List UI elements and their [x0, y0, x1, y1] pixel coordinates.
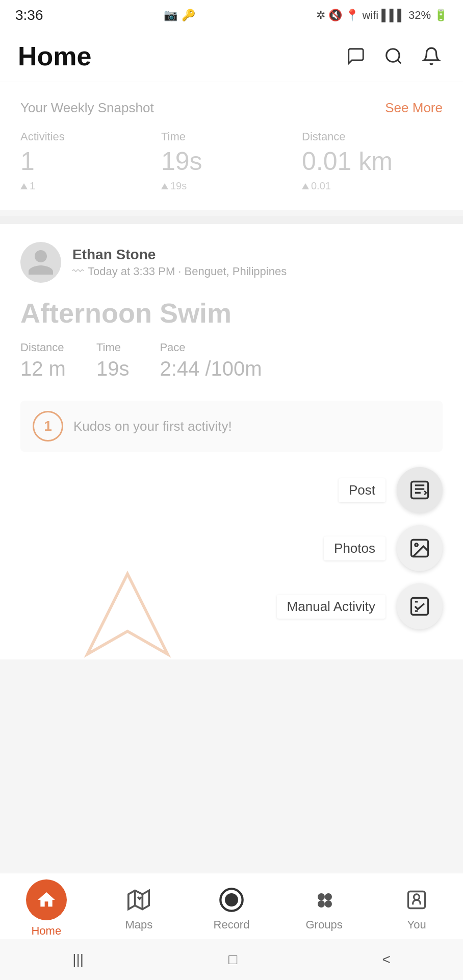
snapshot-title: Your Weekly Snapshot — [20, 100, 154, 116]
fab-photos-label: Photos — [324, 536, 385, 560]
stat-value-time: 19s — [161, 146, 302, 176]
stat-label-activities: Activities — [20, 130, 161, 143]
stat-time: Time 19s 19s — [161, 130, 302, 192]
stat-value-distance: 0.01 km — [302, 146, 443, 176]
arrow-up-time-icon — [161, 183, 168, 189]
svg-point-5 — [415, 544, 418, 547]
camera-icon: 📷 — [164, 9, 177, 22]
nav-spacer — [0, 666, 463, 773]
activity-user: Ethan Stone 〰 Today at 3:33 PM · Benguet… — [20, 242, 443, 283]
battery-icon: 🔋 — [434, 9, 448, 22]
stat-activities: Activities 1 1 — [20, 130, 161, 192]
post-fab-button[interactable] — [397, 467, 443, 513]
system-bar: ||| □ < — [0, 939, 463, 980]
svg-point-13 — [325, 893, 332, 900]
fab-manual-label: Manual Activity — [277, 595, 385, 619]
maps-icon — [124, 886, 153, 914]
you-icon — [402, 886, 431, 914]
bottom-nav: Home Maps Record — [0, 873, 463, 939]
stat-label-time: Time — [161, 130, 302, 143]
header-actions — [342, 42, 445, 70]
svg-marker-2 — [87, 574, 168, 654]
app-header: Home — [0, 31, 463, 82]
nav-groups[interactable]: Groups — [278, 886, 371, 932]
nav-maps[interactable]: Maps — [93, 886, 186, 932]
arrow-up-distance-icon — [302, 183, 309, 189]
back-button[interactable]: < — [382, 951, 390, 968]
home-icon-bg — [26, 879, 67, 920]
battery-level: 32% — [408, 9, 431, 22]
act-stat-pace: Pace 2:44 /100m — [160, 341, 262, 380]
photos-fab-button[interactable] — [397, 525, 443, 571]
status-time: 3:36 — [15, 7, 43, 23]
chat-icon[interactable] — [342, 42, 370, 70]
status-right: ✲ 🔇 📍 wifi ▌▌▌ 32% 🔋 — [316, 9, 448, 22]
nav-home-label: Home — [31, 924, 61, 938]
svg-point-11 — [225, 893, 238, 906]
home-button[interactable]: □ — [228, 951, 237, 968]
bell-icon[interactable] — [418, 42, 445, 70]
svg-rect-3 — [411, 482, 428, 499]
activity-stats: Distance 12 m Time 19s Pace 2:44 /100m — [20, 341, 443, 380]
arrow-up-icon — [20, 183, 28, 189]
user-name: Ethan Stone — [72, 247, 287, 263]
stat-label-distance: Distance — [302, 130, 443, 143]
stat-change-distance: 0.01 — [302, 180, 443, 192]
stat-distance: Distance 0.01 km 0.01 — [302, 130, 443, 192]
signal-icon: ▌▌▌ — [381, 9, 405, 22]
swim-icon: 〰 — [72, 265, 84, 278]
snapshot-stats: Activities 1 1 Time 19s 19s Distance 0.0… — [20, 130, 443, 192]
fab-menu-area: Post Photos Manual Activity — [20, 467, 443, 629]
status-icons: 📷 🔑 — [164, 9, 195, 22]
nav-maps-label: Maps — [125, 918, 152, 932]
svg-point-0 — [387, 49, 399, 62]
stat-value-activities: 1 — [20, 146, 161, 176]
nav-you[interactable]: You — [370, 886, 463, 932]
menu-button[interactable]: ||| — [72, 951, 84, 968]
fab-post-label: Post — [339, 478, 385, 502]
act-stat-distance: Distance 12 m — [20, 341, 66, 380]
svg-point-15 — [325, 900, 332, 908]
wifi-icon: wifi — [362, 9, 378, 22]
record-icon — [217, 886, 246, 914]
search-icon[interactable] — [380, 42, 407, 70]
nav-you-label: You — [407, 918, 426, 932]
groups-icon — [310, 886, 339, 914]
page-title: Home — [18, 41, 91, 71]
kudos-text: Kudos on your first activity! — [73, 419, 232, 434]
fab-photos[interactable]: Photos — [20, 525, 443, 571]
avatar — [20, 242, 61, 283]
nav-record-label: Record — [214, 918, 250, 932]
arrow-decoration — [82, 568, 173, 660]
svg-line-1 — [397, 60, 401, 63]
svg-marker-7 — [128, 890, 149, 909]
manual-activity-fab-button[interactable] — [397, 583, 443, 629]
status-bar: 3:36 📷 🔑 ✲ 🔇 📍 wifi ▌▌▌ 32% 🔋 — [0, 0, 463, 31]
kudos-icon: 1 — [33, 411, 63, 442]
fab-post[interactable]: Post — [20, 467, 443, 513]
mute-icon: 🔇 — [328, 9, 342, 22]
location-icon: 📍 — [345, 9, 359, 22]
kudos-banner: 1 Kudos on your first activity! — [20, 401, 443, 452]
activity-title: Afternoon Swim — [20, 297, 443, 329]
see-more-button[interactable]: See More — [385, 100, 443, 116]
act-stat-time: Time 19s — [96, 341, 130, 380]
svg-point-14 — [318, 900, 325, 908]
activity-card: Ethan Stone 〰 Today at 3:33 PM · Benguet… — [0, 224, 463, 659]
key-icon: 🔑 — [182, 9, 195, 22]
section-divider — [0, 216, 463, 224]
nav-home[interactable]: Home — [0, 879, 93, 938]
svg-point-17 — [414, 894, 420, 900]
svg-rect-6 — [411, 598, 428, 615]
nav-groups-label: Groups — [306, 918, 343, 932]
weekly-snapshot: Your Weekly Snapshot See More Activities… — [0, 82, 463, 210]
snapshot-header: Your Weekly Snapshot See More — [20, 100, 443, 116]
svg-point-12 — [318, 893, 325, 900]
bluetooth-icon: ✲ — [316, 9, 325, 22]
user-info: Ethan Stone 〰 Today at 3:33 PM · Benguet… — [72, 247, 287, 278]
nav-record[interactable]: Record — [185, 886, 278, 932]
stat-change-activities: 1 — [20, 180, 161, 192]
stat-change-time: 19s — [161, 180, 302, 192]
user-meta: 〰 Today at 3:33 PM · Benguet, Philippine… — [72, 265, 287, 278]
